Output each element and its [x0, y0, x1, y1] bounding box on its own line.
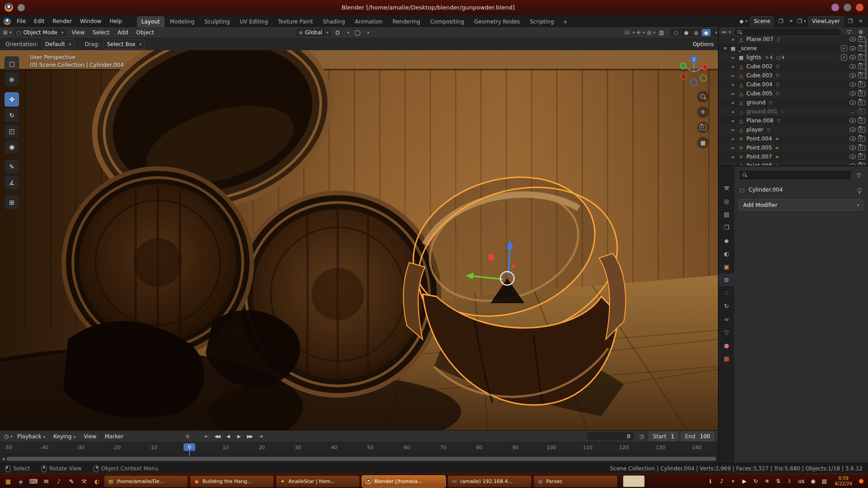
transform-tool[interactable]: ◉	[5, 140, 19, 154]
outliner-options-icon[interactable]: ⚙	[856, 28, 865, 37]
disable-render-icon[interactable]	[858, 154, 865, 160]
tab-geometry-nodes[interactable]: Geometry Nodes	[470, 16, 524, 27]
orientation-default-selector[interactable]: Default	[42, 39, 75, 49]
tools-launcher-icon[interactable]: ⚒	[79, 476, 90, 487]
disable-render-icon[interactable]	[858, 109, 865, 114]
3d-viewport[interactable]: User Perspective (0) Scene Collection | …	[0, 50, 718, 430]
taskbar-window-browser-1[interactable]: ◉Building the Hang...	[190, 475, 274, 488]
tab-animation[interactable]: Animation	[350, 16, 387, 27]
properties-tab-constraints[interactable]: ∞	[719, 313, 734, 326]
panel-widget[interactable]	[623, 475, 645, 487]
maximize-button[interactable]	[844, 4, 851, 11]
zoom-icon[interactable]	[697, 91, 709, 103]
view-navigation-gizmo[interactable]: Z X Y	[677, 54, 711, 87]
blender-menu-icon[interactable]	[4, 18, 11, 25]
outliner-row-light[interactable]: ► ☼ Point.008 ☀	[719, 161, 868, 165]
display-tray-icon[interactable]: ▤	[821, 478, 828, 484]
shading-wireframe-button[interactable]: ○	[672, 29, 681, 36]
object-visibility-icon[interactable]	[623, 28, 635, 37]
outliner-row-light[interactable]: ► ☼ Point.007 ☀	[719, 152, 868, 161]
sync-tray-icon[interactable]: ↻	[752, 478, 760, 484]
expand-icon[interactable]: ▼	[722, 47, 728, 51]
taskbar-window-blender[interactable]: Blender [/home/a...	[362, 475, 446, 488]
collection-checkbox[interactable]	[841, 54, 847, 61]
settings-tray-icon[interactable]: ✳	[764, 478, 771, 484]
menu-view[interactable]: View	[68, 28, 88, 37]
properties-tab-object-data[interactable]: ▽	[719, 326, 734, 339]
measure-tool[interactable]: ∡	[5, 175, 19, 190]
snap-magnet-icon[interactable]: Ω	[333, 28, 342, 37]
outliner-row[interactable]: ► △ player ▽	[719, 125, 868, 134]
tab-texture-paint[interactable]: Texture Paint	[274, 16, 317, 27]
remove-viewlayer-button[interactable]: ✕	[857, 17, 864, 26]
cursor-tool[interactable]: ⊕	[5, 72, 19, 87]
preview-range-icon[interactable]: ◷	[637, 432, 646, 441]
properties-tab-texture[interactable]: ▩	[719, 352, 734, 365]
clock[interactable]: 0:59 6/22/24	[835, 476, 852, 487]
disable-render-icon[interactable]	[858, 91, 865, 96]
volume-tray-icon[interactable]: ◉	[809, 478, 816, 484]
outliner-row-collection[interactable]: ► ▦ lights ☼4 ▢4	[719, 53, 868, 62]
filter-funnel-icon[interactable]: ▽	[844, 28, 854, 37]
disable-render-icon[interactable]	[858, 73, 865, 78]
gizmos-toggle-icon[interactable]: ✛	[636, 28, 645, 37]
outliner-row-light[interactable]: ► ☼ Point.004 ☀	[719, 134, 868, 143]
properties-tab-tool[interactable]: ⚒	[719, 182, 734, 195]
titlebar[interactable]: Blender [/home/amalie/Desktop/blender/gu…	[0, 0, 868, 15]
viewlayer-selector[interactable]: ViewLayer	[808, 16, 844, 26]
hide-eye-icon[interactable]	[849, 99, 856, 106]
properties-tab-object[interactable]: ▣	[719, 260, 734, 273]
menu-keying[interactable]: Keying	[50, 432, 79, 441]
scale-tool[interactable]: ◰	[5, 124, 19, 138]
add-workspace-button[interactable]: +	[559, 17, 571, 27]
properties-filter-icon[interactable]: ▽	[854, 171, 863, 180]
disable-render-icon[interactable]	[858, 145, 865, 150]
tab-shading[interactable]: Shading	[318, 16, 349, 27]
taskbar-window-remote[interactable]: ▭(amalie) 192.168.4...	[448, 475, 532, 488]
unlink-scene-button[interactable]: ✕	[788, 17, 795, 26]
menu-help[interactable]: Help	[105, 16, 126, 26]
annotate-tool[interactable]: ✎	[5, 160, 19, 174]
keyboard-layout-indicator[interactable]: us	[797, 478, 806, 484]
play-button[interactable]: ▶	[234, 432, 244, 441]
timeline-ruler[interactable]: -50 -40 -30 -20 -10 10 20 30 40 50 60 70…	[0, 442, 718, 454]
hide-eye-icon[interactable]	[849, 45, 856, 52]
gizmo-minus-y-ball[interactable]	[700, 75, 707, 81]
properties-tab-particles[interactable]: ∴	[719, 286, 734, 300]
hide-eye-icon[interactable]	[849, 36, 856, 42]
outliner-scrollbar[interactable]	[865, 39, 867, 80]
scrollbar-thumb[interactable]	[6, 457, 716, 461]
gizmo-minus-z-ball[interactable]	[691, 80, 697, 86]
menu-marker[interactable]: Marker	[101, 432, 127, 441]
expand-icon[interactable]: ►	[731, 56, 736, 60]
menu-add[interactable]: Add	[114, 28, 132, 37]
shading-material-button[interactable]: ◍	[692, 29, 701, 36]
properties-tab-viewlayer[interactable]: ❐	[719, 221, 734, 234]
properties-search-input[interactable]	[739, 170, 852, 180]
rotate-tool[interactable]: ↻	[5, 108, 19, 122]
outliner-row[interactable]: ► △ Cube.005 ▽	[719, 89, 868, 98]
minimize-button[interactable]	[831, 4, 839, 11]
disable-render-icon[interactable]	[858, 118, 865, 123]
snap-settings-dropdown[interactable]	[343, 28, 352, 37]
browse-viewlayer-icon[interactable]: ❐	[797, 17, 806, 26]
add-cube-tool[interactable]: ⊞	[5, 195, 19, 210]
media-tray-icon[interactable]: ♪	[718, 478, 726, 484]
properties-tab-scene[interactable]: ◆	[719, 234, 734, 247]
outliner-row[interactable]: ► △ Cube.002 ▽	[719, 62, 868, 71]
properties-tab-physics[interactable]: ↻	[719, 300, 734, 313]
hide-eye-icon[interactable]	[849, 117, 856, 124]
app-launcher-icon[interactable]: ▦	[3, 476, 14, 487]
add-modifier-button[interactable]: Add Modifier ▾	[739, 199, 863, 211]
select-box-tool[interactable]: ▢	[5, 56, 19, 71]
tab-modeling[interactable]: Modeling	[165, 16, 199, 27]
tab-scripting[interactable]: Scripting	[525, 16, 558, 27]
transform-orientation-selector[interactable]: ⊕ Global	[295, 28, 332, 38]
overlays-toggle-icon[interactable]: ◎	[646, 28, 656, 37]
outliner-search-input[interactable]	[734, 28, 842, 36]
hidden-eye-icon[interactable]	[849, 108, 856, 115]
gizmo-minus-x-ball[interactable]	[680, 73, 687, 80]
tab-compositing[interactable]: Compositing	[425, 16, 468, 27]
menu-window[interactable]: Window	[76, 16, 105, 26]
disable-render-icon[interactable]	[858, 136, 865, 141]
